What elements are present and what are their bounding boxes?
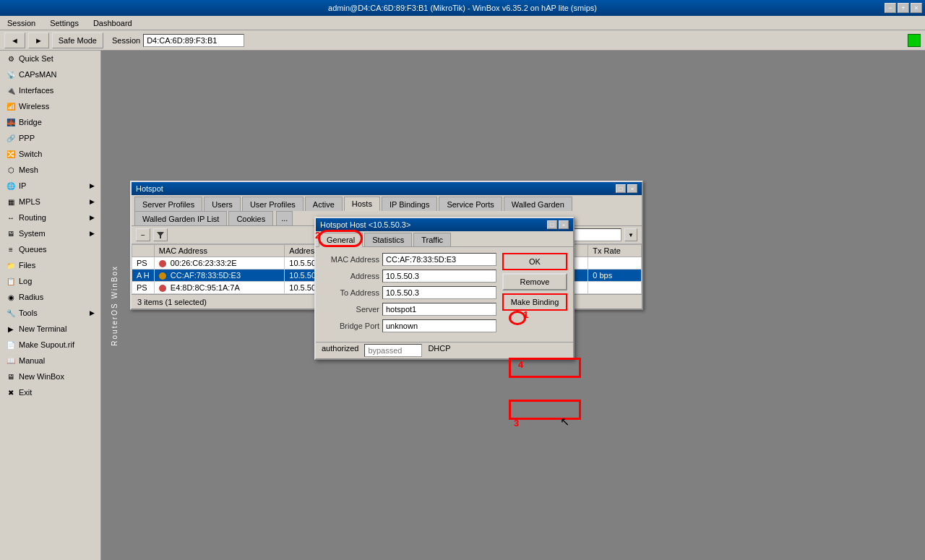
sidebar-item-files[interactable]: 📁 Files [0,257,100,273]
sidebar-item-label: Exit [19,388,32,397]
queues-icon: ≡ [6,244,16,254]
tab-walledgardenip[interactable]: Walled Garden IP List [134,211,227,225]
address-label: Address [322,272,379,280]
detail-tab-statistics[interactable]: Statistics [364,233,412,246]
tab-more[interactable]: ... [276,211,293,225]
hotspot-close-button[interactable]: × [627,184,637,193]
close-button[interactable]: × [911,3,922,13]
detail-close-button[interactable]: × [559,220,569,229]
sidebar-item-mesh[interactable]: ⬡ Mesh [0,162,100,178]
hotspot-window-titlebar: Hotspot □ × [132,182,642,195]
menu-bar: Session Settings Dashboard [0,16,925,30]
server-input[interactable] [382,303,496,316]
tab-userprofiles[interactable]: User Profiles [242,197,304,211]
sidebar-item-wireless[interactable]: 📶 Wireless [0,98,100,114]
make-binding-button[interactable]: Make Binding [502,293,567,311]
forward-button[interactable]: ► [28,33,49,48]
newwinbox-icon: 🖥 [6,371,16,382]
radius-icon: ◉ [6,292,16,302]
detail-fields: MAC Address Address To Address Server [322,253,496,336]
maximize-button[interactable]: + [898,3,909,13]
sidebar-item-bridge[interactable]: 🌉 Bridge [0,114,100,130]
menu-dashboard[interactable]: Dashboard [90,18,135,28]
hotspot-restore-button[interactable]: □ [616,184,626,193]
tab-serviceports[interactable]: Service Ports [439,197,502,211]
newterminal-icon: ▶ [6,324,16,334]
detail-restore-button[interactable]: □ [547,220,557,229]
col-mac[interactable]: MAC Address [154,245,285,257]
bypass-input[interactable] [364,344,422,357]
col-txrate[interactable]: Tx Rate [588,245,642,257]
mac-label: MAC Address [322,255,379,264]
sidebar-item-radius[interactable]: ◉ Radius [0,289,100,305]
filter-icon [156,231,165,239]
sidebar-item-manual[interactable]: 📖 Manual [0,353,100,369]
svg-marker-0 [157,232,164,238]
session-input[interactable] [143,34,244,47]
hotspot-window-title: Hotspot [136,184,163,193]
sidebar-item-routing[interactable]: ↔ Routing ▶ [0,210,100,225]
sidebar-item-capsman[interactable]: 📡 CAPsMAN [0,66,100,82]
sidebar-item-system[interactable]: 🖥 System ▶ [0,225,100,241]
detail-tab-traffic[interactable]: Traffic [413,233,451,246]
sidebar-item-label: Manual [19,356,45,365]
remove-button[interactable]: Remove [502,273,567,290]
tab-ipbindings[interactable]: IP Bindings [382,197,437,211]
minimize-button[interactable]: − [885,3,896,13]
sidebar-item-label: Routing [19,213,46,222]
sidebar-item-makesupout[interactable]: 📄 Make Supout.rif [0,337,100,353]
mac-input[interactable] [382,253,496,266]
address-input[interactable] [382,270,496,283]
menu-settings[interactable]: Settings [47,18,82,28]
sidebar-item-quickset[interactable]: ⚙ Quick Set [0,51,100,66]
tab-users[interactable]: Users [204,197,241,211]
capsman-icon: 📡 [6,69,16,79]
sidebar-item-tools[interactable]: 🔧 Tools ▶ [0,305,100,321]
sidebar-item-log[interactable]: 📋 Log [0,273,100,289]
detail-content: MAC Address Address To Address Server [316,247,573,342]
sidebar-item-ip[interactable]: 🌐 IP ▶ [0,178,100,194]
server-label: Server [322,305,379,314]
annotation-number-4: 4 [518,359,523,370]
content-area: RouterOS WinBox Hotspot □ × Server Profi… [101,51,925,560]
host-detail-window: Hotspot Host <10.5.50.3> □ × General Sta… [314,217,575,360]
sidebar-item-exit[interactable]: ✖ Exit [0,384,100,400]
bridgeport-input[interactable] [382,319,496,332]
ok-button[interactable]: OK [502,253,567,270]
ppp-icon: 🔗 [6,133,16,143]
find-dropdown[interactable]: ▼ [624,228,637,241]
cursor: ↖ [560,415,569,428]
menu-session[interactable]: Session [4,18,38,28]
tab-cookies[interactable]: Cookies [228,211,273,225]
back-button[interactable]: ◄ [4,33,25,48]
mpls-arrow: ▶ [90,198,95,205]
filter-button[interactable] [153,228,168,241]
makesupout-icon: 📄 [6,340,16,350]
row-mac: CC:AF:78:33:5D:E3 [154,270,285,282]
tab-walledgarden[interactable]: Walled Garden [504,197,572,211]
sidebar-item-newwinbox[interactable]: 🖥 New WinBox [0,369,100,384]
window-controls: − + × [885,3,922,13]
sidebar-item-label: Mesh [19,165,38,174]
detail-tab-general[interactable]: General [319,233,363,247]
detail-buttons: OK Remove Make Binding [502,253,567,336]
tab-active[interactable]: Active [305,197,343,211]
col-type[interactable] [132,245,155,257]
toaddress-label: To Address [322,288,379,297]
tab-serverprofiles[interactable]: Server Profiles [134,197,202,211]
sidebar-item-queues[interactable]: ≡ Queues [0,241,100,257]
row-mac: E4:8D:8C:95:1A:7A [154,282,285,294]
remove-button[interactable]: − [136,228,150,241]
server-row: Server [322,303,496,316]
sidebar-item-newterminal[interactable]: ▶ New Terminal [0,321,100,337]
sidebar-item-ppp[interactable]: 🔗 PPP [0,130,100,146]
sidebar-item-switch[interactable]: 🔀 Switch [0,146,100,162]
safemode-button[interactable]: Safe Mode [52,33,103,48]
session-label: Session [112,36,140,45]
toaddress-input[interactable] [382,286,496,299]
authorized-status: authorized [322,344,358,357]
annotation-rect-3 [509,400,581,420]
tab-hosts[interactable]: Hosts [344,197,380,211]
sidebar-item-mpls[interactable]: ▦ MPLS ▶ [0,194,100,210]
sidebar-item-interfaces[interactable]: 🔌 Interfaces [0,82,100,98]
